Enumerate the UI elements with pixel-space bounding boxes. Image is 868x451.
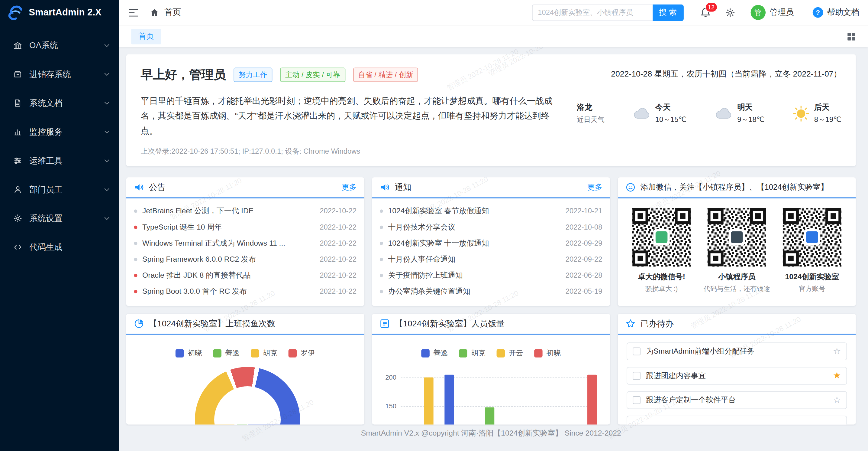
sidebar-item-oa[interactable]: OA系统: [0, 31, 119, 60]
sidebar-item-codegen[interactable]: 代码生成: [0, 233, 119, 262]
app-logo-row[interactable]: SmartAdmin 2.X: [0, 0, 119, 25]
notification-bell[interactable]: 12: [700, 7, 711, 18]
sidebar-item-inventory[interactable]: 进销存系统: [0, 60, 119, 89]
row-announcements: 公告 更多 JetBrains Fleet 公测，下一代 IDE2022-10-…: [126, 177, 856, 306]
list-item-partial[interactable]: [627, 416, 847, 425]
list-item[interactable]: Spring Framework 6.0.0 RC2 发布2022-10-22: [126, 251, 364, 267]
legend-swatch: [251, 349, 259, 357]
list-item[interactable]: 关于疫情防控上班通知2022-06-28: [372, 267, 610, 283]
tag-reliable: 主动 / 皮实 / 可靠: [280, 68, 345, 82]
legend-item[interactable]: 开云: [497, 348, 523, 358]
bullet-dot: [134, 258, 137, 261]
breadcrumb[interactable]: 首页: [164, 7, 181, 18]
qr-code: [707, 207, 767, 267]
legend-item[interactable]: 初晓: [176, 348, 202, 358]
gridline: [401, 406, 596, 407]
tab-home[interactable]: 首页: [131, 28, 161, 44]
sidebar-item-settings[interactable]: 系统设置: [0, 204, 119, 233]
todo-list: 为SmartAdmin前端小组分配任务 跟进团建内容事宜 跟进客户定制一个软件平…: [618, 335, 856, 425]
list-item[interactable]: Oracle 推出 JDK 8 的直接替代品2022-10-22: [126, 267, 364, 283]
sidebar-item-label: 代码生成: [29, 242, 63, 253]
sidebar-item-label: 部门员工: [29, 184, 63, 195]
star-toggle[interactable]: [833, 347, 841, 356]
list-item[interactable]: 办公室消杀关键位置通知2022-05-19: [372, 283, 610, 300]
list-item[interactable]: 十月份人事任命通知2022-09-22: [372, 251, 610, 267]
list-item[interactable]: 1024创新实验室 十一放假通知2022-09-29: [372, 235, 610, 251]
announcement-card: 公告 更多 JetBrains Fleet 公测，下一代 IDE2022-10-…: [126, 177, 364, 306]
search-button[interactable]: 搜 索: [653, 4, 683, 21]
page-content: 早上好，管理员 努力工作 主动 / 皮实 / 可靠 自省 / 精进 / 创新 平…: [119, 47, 868, 451]
list-item[interactable]: 1024创新实验室 春节放假通知2022-10-21: [372, 203, 610, 219]
list-item[interactable]: Windows Terminal 正式成为 Windows 11 ...2022…: [126, 235, 364, 251]
pie-chart-icon: [134, 319, 144, 329]
sidebar-item-docs[interactable]: 系统文档: [0, 89, 119, 117]
legend-item[interactable]: 初晓: [534, 348, 561, 358]
box-icon: [13, 70, 22, 79]
tab-layout-grid-icon[interactable]: [847, 32, 856, 40]
item-date: 2022-09-22: [565, 255, 602, 263]
card-title: 【1024创新实验室】上班摸鱼次数: [149, 318, 275, 329]
item-date: 2022-10-22: [320, 271, 356, 280]
gear-icon: [725, 7, 735, 18]
item-date: 2022-09-29: [565, 239, 602, 247]
item-title: Spring Framework 6.0.0 RC2 发布: [142, 254, 315, 264]
sidebar-item-employees[interactable]: 部门员工: [0, 175, 119, 204]
tag-innovate: 自省 / 精进 / 创新: [353, 68, 418, 82]
legend-swatch: [288, 349, 297, 357]
card-title: 已办待办: [641, 318, 674, 329]
chart-legend: 善逸 胡克 开云 初晓: [372, 348, 610, 358]
more-link[interactable]: 更多: [342, 183, 356, 193]
checkbox[interactable]: [633, 372, 641, 380]
chevron-down-icon: [104, 159, 110, 163]
help-link[interactable]: 帮助文档: [813, 7, 859, 18]
list-item[interactable]: 跟进团建内容事宜: [627, 367, 847, 385]
wechat-card: 添加微信，关注【小镇程序员】、【1024创新实验室】 卓大的微信号! 骚扰卓大 …: [618, 177, 856, 306]
last-login-info: 上次登录:2022-10-26 17:50:51; IP:127.0.0.1; …: [141, 146, 560, 157]
more-link[interactable]: 更多: [587, 183, 602, 193]
legend-item[interactable]: 胡克: [251, 348, 277, 358]
smiley-icon: [625, 183, 636, 193]
list-item[interactable]: JetBrains Fleet 公测，下一代 IDE2022-10-22: [126, 203, 364, 219]
legend-label: 初晓: [188, 348, 202, 358]
settings-gear[interactable]: [725, 7, 735, 18]
qr-name: 卓大的微信号!: [638, 272, 685, 282]
legend-item[interactable]: 善逸: [421, 348, 448, 358]
home-icon[interactable]: [150, 8, 159, 16]
bullet-dot: [380, 209, 383, 213]
list-item[interactable]: Spring Boot 3.0.0 首个 RC 发布2022-10-22: [126, 283, 364, 300]
qr-sub: 官方账号: [799, 285, 826, 294]
search-bar: 搜 索: [532, 4, 683, 21]
qr-block: 1024创新实验室 官方账号: [778, 207, 846, 294]
motto-text: 平日里的千锤百炼，才能托举出光彩时刻；逆境中的亮剑、失败后的奋起，才能让梦想成真…: [141, 93, 553, 138]
checkbox[interactable]: [633, 348, 641, 356]
search-input[interactable]: [532, 4, 652, 21]
list-item[interactable]: 跟进客户定制一个软件平台: [627, 391, 847, 409]
list-item[interactable]: TypeScript 诞生 10 周年2022-10-22: [126, 219, 364, 235]
user-menu[interactable]: 管 管理员: [750, 5, 794, 20]
cloud-icon: [714, 107, 733, 120]
qr-sub: 代码与生活，还有钱途: [704, 285, 770, 294]
qr-name: 1024创新实验室: [785, 272, 839, 282]
checkbox[interactable]: [633, 397, 641, 404]
weather-day-temp: 8～19℃: [814, 115, 841, 124]
star-toggle[interactable]: [833, 371, 841, 380]
legend-swatch: [213, 349, 221, 357]
legend-item[interactable]: 胡克: [459, 348, 486, 358]
sidebar-item-ops-tools[interactable]: 运维工具: [0, 146, 119, 175]
star-icon: [625, 319, 636, 329]
legend-item[interactable]: 善逸: [213, 348, 240, 358]
qr-block: 卓大的微信号! 骚扰卓大 :): [628, 207, 695, 294]
legend-item[interactable]: 罗伊: [288, 348, 315, 358]
weather-city-block: 洛龙 近日天气: [577, 103, 604, 124]
list-item[interactable]: 为SmartAdmin前端小组分配任务: [627, 343, 847, 361]
star-toggle[interactable]: [833, 396, 841, 405]
people-icon: [13, 185, 22, 194]
qr-block: 小镇程序员 代码与生活，还有钱途: [703, 207, 771, 294]
item-date: 2022-10-22: [320, 255, 356, 263]
list-item[interactable]: 十月份技术分享会议2022-10-08: [372, 219, 610, 235]
menu-fold-icon[interactable]: [129, 8, 138, 16]
weather-day-tomorrow: 明天9～18℃: [714, 103, 764, 124]
sidebar-item-monitor[interactable]: 监控服务: [0, 117, 119, 146]
code-icon: [13, 243, 22, 252]
sidebar-item-label: OA系统: [29, 40, 58, 51]
